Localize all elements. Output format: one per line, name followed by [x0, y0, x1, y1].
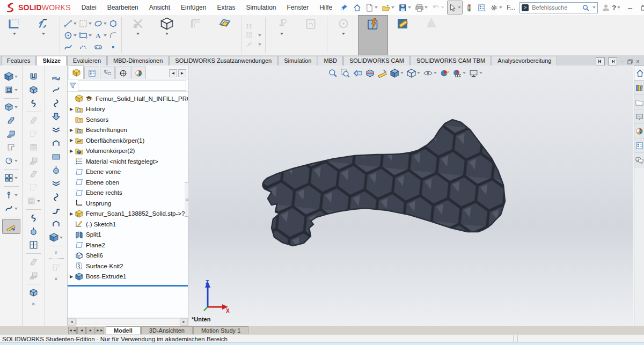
last-tab-icon[interactable]: ►► — [96, 327, 104, 334]
tree-item[interactable]: (-) Sketch1 — [68, 219, 188, 230]
tree-item[interactable]: Shell6 — [68, 251, 188, 261]
appearance-icon[interactable] — [439, 69, 450, 78]
tool-icon[interactable] — [23, 211, 45, 225]
taskpane-forum[interactable] — [634, 153, 644, 167]
tree-item[interactable]: Material <nicht festgelegt> — [68, 156, 188, 167]
ribbon-muster[interactable] — [245, 32, 261, 39]
sketch-entity-4[interactable] — [78, 30, 93, 41]
tree-item[interactable]: Ebene oben — [68, 177, 188, 188]
ribbon-schnellskizze[interactable] — [358, 15, 388, 55]
sketch-entity-11[interactable] — [108, 41, 119, 53]
tree-filter-input[interactable] — [78, 80, 186, 91]
tool-icon[interactable] — [45, 217, 67, 231]
tool-icon[interactable] — [23, 70, 45, 83]
tree-item[interactable]: ▶ Oberflächenkörper(1) — [68, 135, 188, 146]
tab-mbd[interactable]: MBD — [318, 56, 342, 65]
tab-evaluieren[interactable]: Evaluieren — [67, 56, 107, 65]
tool-icon[interactable] — [45, 70, 67, 83]
tree-horizontal-scrollbar[interactable]: ◄ ► — [68, 318, 188, 325]
tool-icon[interactable] — [45, 190, 67, 204]
search-input[interactable] — [531, 4, 580, 11]
tool-icon[interactable] — [23, 83, 45, 97]
tree-item[interactable]: ▶ A Beschriftungen — [68, 125, 188, 136]
sketch-entity-3[interactable] — [78, 18, 93, 30]
section-icon[interactable] — [364, 69, 376, 78]
ribbon-bemassung[interactable] — [29, 15, 58, 55]
search-icon[interactable] — [582, 4, 589, 11]
tab-simulation[interactable]: Simulation — [278, 56, 317, 65]
tree-item[interactable]: ▶ Femur_Scan1_138852_Solid.stp->? — [68, 209, 188, 219]
tree-item[interactable]: Ebene rechts — [68, 188, 188, 199]
sketch-entity-10[interactable] — [108, 30, 119, 41]
tab-solidworks-zusatzanwendungen[interactable]: SOLIDWORKS Zusatzanwendungen — [169, 56, 277, 65]
expand-arrow-icon[interactable]: ▶ — [68, 128, 75, 133]
tree-tabs-right-icon[interactable]: ► — [178, 69, 186, 77]
expand-arrow-icon[interactable]: ▶ — [68, 149, 75, 153]
tab-mbd-dimensionen[interactable]: MBD-Dimensionen — [107, 56, 169, 65]
menu-1[interactable]: Bearbeiten — [102, 0, 144, 15]
sketch-entity-0[interactable] — [63, 18, 78, 30]
ribbon-offset[interactable] — [181, 15, 210, 55]
doc-tab-modell[interactable]: Modell — [106, 326, 141, 334]
undo-button[interactable] — [430, 1, 446, 14]
tool-icon[interactable] — [23, 167, 45, 181]
tree-item[interactable]: Surface-Knit2 — [68, 261, 188, 271]
tab-features[interactable]: Features — [1, 56, 36, 65]
tree-item[interactable]: ▶ Boss-Extrude1 — [68, 271, 188, 282]
command-search[interactable]: > — [519, 2, 598, 13]
sketch-entity-2[interactable] — [63, 41, 78, 53]
tree-tabs-left-icon[interactable]: ◄ — [169, 69, 177, 77]
tab-analysevorbereitung[interactable]: Analysevorbereitung — [492, 56, 557, 65]
rollback-bar[interactable] — [68, 285, 188, 287]
scroll-right-icon[interactable]: ► — [180, 318, 188, 326]
manager-tab-dimx[interactable] — [115, 67, 130, 79]
sketch-entity-5[interactable] — [78, 41, 93, 53]
tool-icon[interactable] — [23, 238, 45, 252]
toolbar-more-icon[interactable]: » — [54, 251, 59, 254]
print-button[interactable] — [414, 1, 429, 14]
taskpane-props-list[interactable] — [634, 138, 644, 153]
tab-skizze[interactable]: Skizze — [36, 56, 67, 65]
tool-icon[interactable] — [0, 188, 22, 202]
menu-0[interactable]: Datei — [76, 0, 102, 15]
sketch-entity-8[interactable] — [93, 41, 108, 53]
tool-icon[interactable] — [45, 110, 67, 123]
tool-icon[interactable] — [23, 141, 45, 154]
manager-tab-wheel[interactable] — [131, 67, 146, 79]
ribbon-verschieben[interactable] — [245, 41, 261, 48]
help-caret-icon[interactable] — [617, 6, 620, 9]
pane-collapse-left-icon[interactable] — [596, 57, 605, 65]
doc-minimize-button[interactable]: – — [620, 58, 624, 65]
tool-icon[interactable] — [45, 261, 67, 274]
ribbon-skizze[interactable] — [0, 15, 29, 55]
tree-item[interactable]: Ebene vorne — [68, 167, 188, 178]
tool-icon[interactable] — [23, 194, 45, 208]
tool-icon[interactable] — [23, 114, 45, 127]
doc-restore-button[interactable] — [627, 59, 633, 64]
gear-button[interactable] — [488, 1, 504, 14]
ribbon-fangen[interactable] — [329, 15, 358, 55]
ribbon-trimmen[interactable] — [123, 15, 152, 55]
tool-icon[interactable] — [45, 137, 67, 150]
ribbon-beziehungen[interactable] — [267, 15, 296, 55]
tab-solidworks-cam[interactable]: SOLIDWORKS CAM — [343, 56, 410, 65]
first-tab-icon[interactable]: ◄◄ — [68, 327, 77, 334]
tool-icon[interactable] — [0, 202, 22, 215]
tool-icon[interactable] — [0, 171, 22, 185]
femur-model[interactable] — [253, 119, 510, 275]
search-scope-icon[interactable]: > — [522, 4, 529, 11]
help-button[interactable]: ? — [612, 4, 616, 12]
sketch-entity-7[interactable]: A — [93, 30, 108, 41]
menu-7[interactable]: Hilfe — [314, 0, 338, 15]
tool-icon[interactable] — [45, 150, 67, 164]
display-style-icon[interactable] — [406, 69, 421, 78]
tool-icon[interactable] — [45, 231, 67, 244]
restore-button[interactable] — [636, 5, 644, 11]
expand-arrow-icon[interactable]: ▶ — [68, 107, 75, 112]
tool-icon[interactable] — [23, 154, 45, 167]
manager-tab-props[interactable] — [84, 67, 99, 79]
doc-close-button[interactable]: × — [636, 58, 640, 65]
tree-root[interactable]: Femur_Solid_Half_N_INFILL_PROTOT — [68, 93, 188, 104]
tool-icon[interactable] — [23, 181, 45, 194]
tree-item[interactable]: Plane2 — [68, 240, 188, 251]
